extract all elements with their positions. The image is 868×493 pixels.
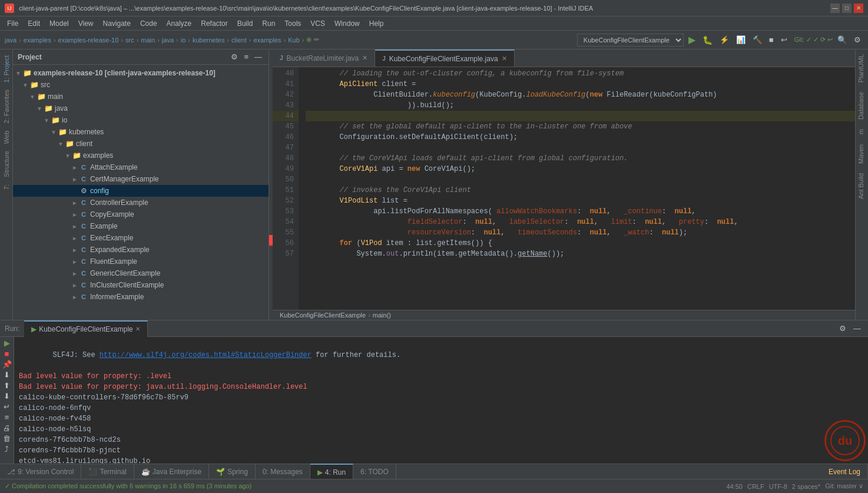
right-tab-plantuml[interactable]: PlantUML xyxy=(856,49,868,87)
menu-edit[interactable]: Edit xyxy=(23,18,45,29)
menu-window[interactable]: Window xyxy=(330,18,365,29)
print-button[interactable]: 🖨 xyxy=(2,423,11,433)
bottom-tab-spring[interactable]: 🌱 Spring xyxy=(209,464,256,480)
tree-node-client[interactable]: ▼ 📁 client xyxy=(13,138,269,150)
right-tab-m[interactable]: m xyxy=(856,124,868,139)
left-vtab-7[interactable]: 7: xyxy=(1,181,12,193)
breadcrumb-io[interactable]: io xyxy=(181,37,186,44)
tree-node-kubernetes[interactable]: ▼ 📁 kubernetes xyxy=(13,126,269,138)
stop-button[interactable]: ■ xyxy=(767,34,776,45)
code-content[interactable]: // loading the out-of-cluster config, a … xyxy=(299,67,855,310)
menu-navigate[interactable]: Navigate xyxy=(98,18,135,29)
menu-run[interactable]: Run xyxy=(257,18,280,29)
bottom-tab-version-control[interactable]: ⎇ 9: Version Control xyxy=(0,464,81,480)
pin-button[interactable]: 📌 xyxy=(2,359,12,369)
search-everywhere-button[interactable]: 🔍 xyxy=(835,34,849,45)
left-vtab-project[interactable]: 1: Project xyxy=(1,52,12,86)
sync-button[interactable]: ⚙ xyxy=(229,52,240,62)
bottom-tab-terminal[interactable]: ⬛ Terminal xyxy=(81,464,134,480)
bottom-tab-run-kubeconfigfileclientexample[interactable]: ▶ KubeConfigFileClientExample ✕ xyxy=(24,320,147,337)
breadcrumb-release[interactable]: examples-release-10 xyxy=(58,37,119,44)
menu-code[interactable]: Code xyxy=(135,18,162,29)
tree-node-copy[interactable]: ► C CopyExample xyxy=(13,209,269,220)
gear-icon-button[interactable]: ≡ xyxy=(242,52,250,62)
run-button[interactable]: ▶ xyxy=(686,33,698,47)
status-encoding[interactable]: UTF-8 xyxy=(769,483,787,490)
tree-node-controller[interactable]: ► C ControllerExample xyxy=(13,197,269,209)
tree-node-exec[interactable]: ► C ExecExample xyxy=(13,232,269,244)
run-config-select[interactable]: KubeConfigFileClientExample xyxy=(577,34,684,47)
tree-node-informer[interactable]: ► C InformerExample xyxy=(13,291,269,303)
bottom-minimize-button[interactable]: — xyxy=(851,323,863,334)
tree-node-fluent[interactable]: ► C FluentExample xyxy=(13,256,269,267)
tab-kubeconfigfileclientexample[interactable]: J KubeConfigFileClientExample.java ✕ xyxy=(375,49,514,67)
stop-run-button[interactable]: ■ xyxy=(4,349,10,359)
tree-node-generic[interactable]: ► C GenericClientExample xyxy=(13,267,269,279)
menu-model[interactable]: Model xyxy=(45,18,74,29)
menu-tools[interactable]: Tools xyxy=(280,18,306,29)
minimize-button[interactable]: — xyxy=(830,4,840,13)
tree-node-config[interactable]: ⚙ config xyxy=(13,185,269,197)
tree-node-example[interactable]: ► C Example xyxy=(13,220,269,232)
menu-file[interactable]: File xyxy=(2,18,23,29)
breadcrumb-kub[interactable]: Kub xyxy=(288,37,300,44)
tree-node-src[interactable]: ▼ 📁 src xyxy=(13,79,269,91)
tab-bucketratelimiter[interactable]: J BucketRateLimiter.java ✕ xyxy=(273,49,375,67)
tree-node-io[interactable]: ▼ 📁 io xyxy=(13,114,269,126)
tab-close-button[interactable]: ✕ xyxy=(362,54,367,62)
tree-node-expanded[interactable]: ► C ExpandedExample xyxy=(13,244,269,256)
bottom-tab-todo[interactable]: 6: TODO xyxy=(353,464,396,480)
breadcrumb-client[interactable]: client xyxy=(231,37,247,44)
left-vtab-web[interactable]: Web xyxy=(1,127,12,147)
breadcrumb-java[interactable]: java xyxy=(5,37,16,44)
status-indent[interactable]: 2 spaces* xyxy=(792,483,820,490)
menu-help[interactable]: Help xyxy=(365,18,389,29)
menu-analyze[interactable]: Analyze xyxy=(162,18,197,29)
wrap-output-button[interactable]: ↵ xyxy=(3,402,11,412)
debug-button[interactable]: 🐛 xyxy=(700,34,715,46)
clear-button[interactable]: 🗑 xyxy=(2,434,11,444)
right-tab-antbuild[interactable]: Ant Build xyxy=(856,168,868,204)
undo-button[interactable]: ↩ xyxy=(778,34,790,45)
bottom-settings-button[interactable]: ⚙ xyxy=(837,323,849,334)
right-tab-maven[interactable]: Maven xyxy=(856,140,868,168)
collapse-button[interactable]: ⤴ xyxy=(4,444,9,454)
run-coverage-button[interactable]: ⚡ xyxy=(717,34,731,45)
bottom-tab-messages[interactable]: 0: Messages xyxy=(256,464,310,480)
scroll-end-button[interactable]: ⬇ xyxy=(3,370,11,380)
tree-node-incluster[interactable]: ► C InClusterClientExample xyxy=(13,279,269,291)
profile-button[interactable]: 📊 xyxy=(734,34,748,45)
scroll-down-button[interactable]: ⬇ xyxy=(3,391,11,401)
bottom-tab-event-log[interactable]: Event Log xyxy=(821,464,868,480)
tree-node-certmanager[interactable]: ► C CertManagerExample xyxy=(13,173,269,185)
right-tab-database[interactable]: Database xyxy=(856,87,868,124)
left-vtab-structure[interactable]: Structure xyxy=(1,147,12,181)
breadcrumb-java2[interactable]: java xyxy=(162,37,174,44)
bottom-tab-java-enterprise[interactable]: ☕ Java Enterprise xyxy=(134,464,209,480)
menu-refactor[interactable]: Refactor xyxy=(196,18,232,29)
tree-node-java[interactable]: ▼ 📁 java xyxy=(13,102,269,114)
run-tab-close-button[interactable]: ✕ xyxy=(135,326,140,332)
tree-node-attach[interactable]: ► C AttachExample xyxy=(13,161,269,173)
breadcrumb-main[interactable]: main xyxy=(141,37,155,44)
tree-node-examples-folder[interactable]: ▼ 📁 examples xyxy=(13,150,269,161)
tree-node-main[interactable]: ▼ 📁 main xyxy=(13,91,269,102)
status-crlf[interactable]: CRLF xyxy=(747,483,764,490)
bottom-tab-run[interactable]: ▶ 4: Run xyxy=(310,464,353,480)
tab-close-button[interactable]: ✕ xyxy=(502,55,507,62)
menu-view[interactable]: View xyxy=(74,18,98,29)
breadcrumb-kubernetes[interactable]: kubernetes xyxy=(193,37,224,44)
close-panel-button[interactable]: — xyxy=(253,52,264,62)
settings-button[interactable]: ⚙ xyxy=(852,34,863,45)
code-editor[interactable]: 40 41 42 43 44 45 46 47 48 49 50 51 52 5… xyxy=(273,67,855,310)
left-vtab-favorites[interactable]: 2: Favorites xyxy=(1,86,12,127)
run-again-button[interactable]: ▶ xyxy=(4,338,11,348)
maximize-button[interactable]: □ xyxy=(842,4,852,13)
console-link-slf4j[interactable]: http://www.slf4j.org/codes.html#StaticLo… xyxy=(100,351,312,359)
menu-build[interactable]: Build xyxy=(233,18,258,29)
tree-node-examples-release[interactable]: ▼ 📁 examples-release-10 [client-java-exa… xyxy=(13,67,269,79)
close-button[interactable]: ✕ xyxy=(854,4,863,13)
use-soft-wraps-button[interactable]: ≡ xyxy=(4,412,10,422)
console-output[interactable]: SLF4J: See http://www.slf4j.org/codes.ht… xyxy=(14,337,821,464)
breadcrumb-src[interactable]: src xyxy=(125,37,134,44)
